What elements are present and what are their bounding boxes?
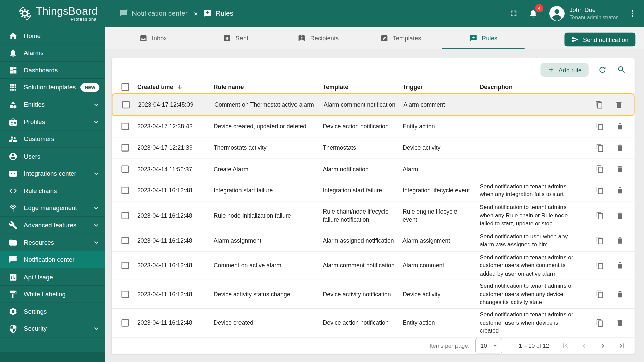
row-checkbox[interactable] [121, 212, 129, 219]
notifications-bell-button[interactable]: 4 [525, 5, 541, 22]
sidebar-item-solution-templates[interactable]: Solution templates NEW [0, 79, 105, 96]
table-row[interactable]: 2023-04-17 12:21:39 Thermostats activity… [112, 137, 635, 159]
table-row[interactable]: 2023-04-11 16:12:48 Device activity stat… [112, 280, 635, 309]
column-header-created-time[interactable]: Created time [137, 84, 214, 91]
copy-icon[interactable] [592, 182, 608, 199]
tab-inbox[interactable]: Inbox [112, 27, 194, 49]
copy-icon[interactable] [592, 207, 608, 224]
first-page-button[interactable] [556, 338, 575, 354]
add-rule-button[interactable]: Add rule [541, 63, 589, 77]
tab-templates[interactable]: Templates [359, 27, 442, 49]
breadcrumb-notification-center[interactable]: Notification center [119, 9, 188, 18]
row-checkbox[interactable] [122, 101, 130, 108]
sidebar-item-settings[interactable]: Settings [0, 303, 105, 320]
sidebar-item-profiles[interactable]: Profiles [0, 113, 105, 130]
delete-icon[interactable] [611, 257, 628, 274]
refresh-button[interactable] [594, 62, 611, 78]
tab-rules[interactable]: Rules [442, 27, 525, 49]
user-role: Tenant administrator [569, 14, 618, 21]
next-page-button[interactable] [593, 338, 612, 354]
items-per-page-select[interactable]: 10 [475, 338, 502, 354]
cell-created-time: 2023-04-17 12:38:43 [137, 122, 214, 131]
cell-trigger: Alarm comment [402, 261, 480, 270]
copy-icon[interactable] [591, 97, 607, 113]
advanced-features-icon [9, 221, 18, 230]
previous-page-button[interactable] [575, 338, 593, 354]
row-checkbox[interactable] [121, 166, 129, 173]
select-all-checkbox[interactable] [121, 83, 129, 91]
table-row[interactable]: 2023-04-11 16:12:48 Alarm assignment Ala… [112, 230, 635, 252]
row-checkbox[interactable] [121, 319, 129, 326]
tab-recipients[interactable]: Recipients [277, 27, 359, 49]
column-header-trigger[interactable]: Trigger [402, 84, 480, 90]
sidebar-item-home[interactable]: Home [0, 27, 105, 44]
thingsboard-logo-icon [17, 5, 33, 22]
table-row[interactable]: 2023-04-11 16:12:48 Rule node initializa… [112, 201, 635, 230]
row-checkbox[interactable] [121, 187, 129, 194]
delete-icon[interactable] [611, 232, 628, 249]
chevron-down-icon [92, 221, 100, 229]
sidebar-item-alarms[interactable]: Alarms [0, 44, 105, 61]
sidebar-item-security[interactable]: Security [0, 320, 105, 337]
table-row[interactable]: 2023-04-11 16:12:48 Integration start fa… [112, 180, 635, 201]
breadcrumb-rules[interactable]: Rules [203, 9, 233, 18]
row-checkbox[interactable] [121, 144, 129, 152]
notification-tabs-bar: Inbox Sent Recipients Templates Rules Se… [105, 27, 644, 49]
table-row[interactable]: 2023-04-17 12:38:43 Device created, upda… [112, 116, 635, 137]
copy-icon[interactable] [592, 140, 608, 156]
sidebar-item-notification-center[interactable]: Notification center [0, 251, 105, 268]
tab-sent[interactable]: Sent [194, 27, 277, 49]
table-row[interactable]: 2023-04-14 11:56:37 Create Alarm Alarm n… [112, 159, 635, 180]
delete-icon[interactable] [611, 161, 628, 177]
sidebar-item-edge-management[interactable]: Edge management [0, 199, 105, 217]
cell-description: Send notification to tenant admins when … [480, 183, 582, 199]
row-checkbox[interactable] [121, 291, 129, 298]
rules-icon [469, 34, 477, 42]
table-row[interactable]: 2023-04-11 16:12:48 Comment on active al… [112, 251, 635, 280]
table-row[interactable]: 2023-04-17 12:45:09 Comment on Thermosta… [112, 93, 635, 116]
copy-icon[interactable] [592, 315, 608, 331]
templates-icon [380, 34, 388, 42]
send-notification-button[interactable]: Send notification [565, 33, 636, 47]
sidebar-item-users[interactable]: Users [0, 148, 105, 165]
delete-icon[interactable] [611, 207, 628, 224]
sidebar-item-resources[interactable]: Resources [0, 234, 105, 251]
column-header-template[interactable]: Template [323, 84, 402, 90]
add-rule-label: Add rule [558, 66, 581, 73]
table-row[interactable]: 2023-04-11 16:12:48 Device created Devic… [112, 309, 635, 337]
row-checkbox[interactable] [121, 237, 129, 244]
copy-icon[interactable] [592, 232, 608, 249]
delete-icon[interactable] [611, 286, 628, 302]
app-logo[interactable]: ThingsBoard Professional [0, 5, 105, 22]
delete-icon[interactable] [611, 97, 627, 113]
copy-icon[interactable] [592, 118, 608, 135]
delete-icon[interactable] [611, 140, 628, 156]
sidebar-item-api-usage[interactable]: Api Usage [0, 268, 105, 286]
sidebar-item-integrations-center[interactable]: Integrations center [0, 165, 105, 182]
sidebar-item-dashboards[interactable]: Dashboards [0, 62, 105, 79]
delete-icon[interactable] [611, 315, 628, 331]
user-avatar[interactable] [549, 5, 565, 22]
column-header-description[interactable]: Description [480, 84, 582, 90]
column-header-rule-name[interactable]: Rule name [214, 84, 323, 90]
sidebar-item-entities[interactable]: Entities [0, 96, 105, 113]
delete-icon[interactable] [611, 182, 628, 199]
sidebar-item-advanced-features[interactable]: Advanced features [0, 217, 105, 234]
entities-icon [9, 100, 18, 109]
row-checkbox[interactable] [121, 262, 129, 269]
copy-icon[interactable] [592, 286, 608, 302]
copy-icon[interactable] [592, 161, 608, 177]
user-info[interactable]: John Doe Tenant administrator [569, 5, 618, 21]
chevron-down-icon [92, 100, 100, 108]
search-button[interactable] [613, 62, 630, 78]
copy-icon[interactable] [592, 257, 608, 274]
last-page-button[interactable] [612, 338, 631, 354]
fullscreen-button[interactable] [505, 5, 522, 22]
row-checkbox[interactable] [121, 123, 129, 130]
sidebar-item-white-labeling[interactable]: White Labeling [0, 286, 105, 303]
delete-icon[interactable] [611, 118, 628, 135]
sidebar-item-rule-chains[interactable]: Rule chains [0, 182, 105, 199]
more-menu-button[interactable] [624, 5, 641, 22]
cell-template: Integration start failure [323, 186, 402, 195]
sidebar-item-customers[interactable]: Customers [0, 130, 105, 147]
